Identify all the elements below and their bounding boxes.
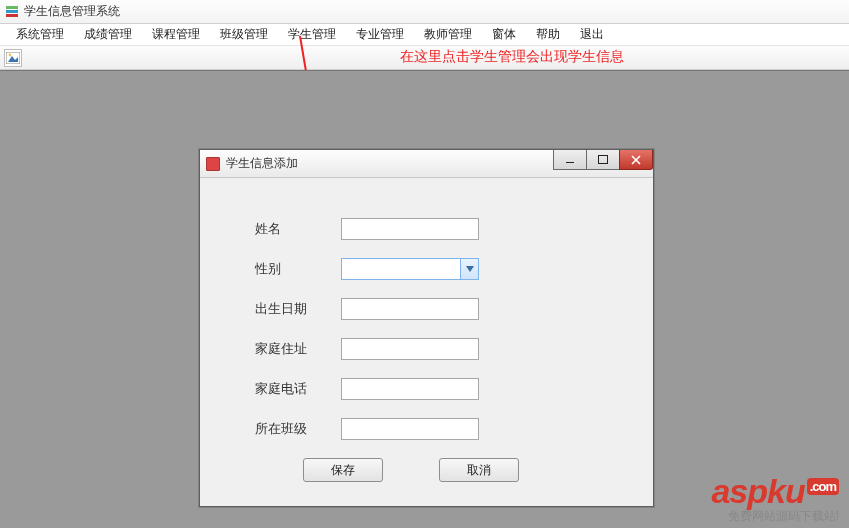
- menu-window[interactable]: 窗体: [482, 23, 526, 46]
- menu-system[interactable]: 系统管理: [6, 23, 74, 46]
- dialog-app-icon: [206, 157, 220, 171]
- menu-teacher[interactable]: 教师管理: [414, 23, 482, 46]
- dialog-titlebar[interactable]: 学生信息添加: [200, 150, 653, 178]
- label-class: 所在班级: [255, 420, 341, 438]
- row-class: 所在班级: [255, 418, 598, 440]
- dialog-body: 姓名 性别 出生日期 家庭住址 家: [200, 178, 653, 506]
- menu-help[interactable]: 帮助: [526, 23, 570, 46]
- save-button[interactable]: 保存: [303, 458, 383, 482]
- combo-gender-value: [342, 259, 460, 279]
- input-name[interactable]: [341, 218, 479, 240]
- menu-course[interactable]: 课程管理: [142, 23, 210, 46]
- main-titlebar: 学生信息管理系统: [0, 0, 849, 24]
- label-phone: 家庭电话: [255, 380, 341, 398]
- site-logo: aspku.com 免费网站源码下载站!: [711, 474, 839, 522]
- input-birth[interactable]: [341, 298, 479, 320]
- label-gender: 性别: [255, 260, 341, 278]
- svg-rect-2: [6, 6, 18, 9]
- input-class[interactable]: [341, 418, 479, 440]
- svg-point-5: [9, 53, 12, 56]
- menubar: 系统管理 成绩管理 课程管理 班级管理 学生管理 专业管理 教师管理 窗体 帮助…: [0, 24, 849, 46]
- menu-exit[interactable]: 退出: [570, 23, 614, 46]
- logo-main: aspku.com: [711, 474, 839, 508]
- row-address: 家庭住址: [255, 338, 598, 360]
- logo-sub: 免费网站源码下载站!: [711, 510, 839, 522]
- button-row: 保存 取消: [255, 458, 598, 482]
- menu-class[interactable]: 班级管理: [210, 23, 278, 46]
- label-birth: 出生日期: [255, 300, 341, 318]
- row-birth: 出生日期: [255, 298, 598, 320]
- input-phone[interactable]: [341, 378, 479, 400]
- student-add-dialog: 学生信息添加 姓名 性别: [199, 149, 654, 507]
- minimize-button[interactable]: [553, 150, 587, 170]
- menu-student[interactable]: 学生管理: [278, 23, 346, 46]
- app-icon: [4, 4, 20, 20]
- svg-marker-10: [466, 266, 474, 272]
- app-title: 学生信息管理系统: [24, 3, 120, 20]
- close-button[interactable]: [619, 150, 653, 170]
- combo-gender[interactable]: [341, 258, 479, 280]
- label-name: 姓名: [255, 220, 341, 238]
- annotation-text: 在这里点击学生管理会出现学生信息: [400, 48, 624, 66]
- row-name: 姓名: [255, 218, 598, 240]
- logo-dotcom: .com: [807, 478, 839, 495]
- image-icon[interactable]: [4, 49, 22, 67]
- svg-rect-1: [6, 10, 18, 13]
- row-gender: 性别: [255, 258, 598, 280]
- maximize-button[interactable]: [586, 150, 620, 170]
- dialog-title: 学生信息添加: [226, 155, 298, 172]
- cancel-button[interactable]: 取消: [439, 458, 519, 482]
- chevron-down-icon[interactable]: [460, 259, 478, 279]
- menu-major[interactable]: 专业管理: [346, 23, 414, 46]
- svg-rect-0: [6, 14, 18, 17]
- row-phone: 家庭电话: [255, 378, 598, 400]
- logo-text: aspku: [711, 472, 804, 510]
- input-address[interactable]: [341, 338, 479, 360]
- menu-grade[interactable]: 成绩管理: [74, 23, 142, 46]
- window-controls: [554, 150, 653, 170]
- mdi-client-area: http://blog.csdn.net/erlian1992 学生信息添加 姓…: [0, 70, 849, 528]
- label-address: 家庭住址: [255, 340, 341, 358]
